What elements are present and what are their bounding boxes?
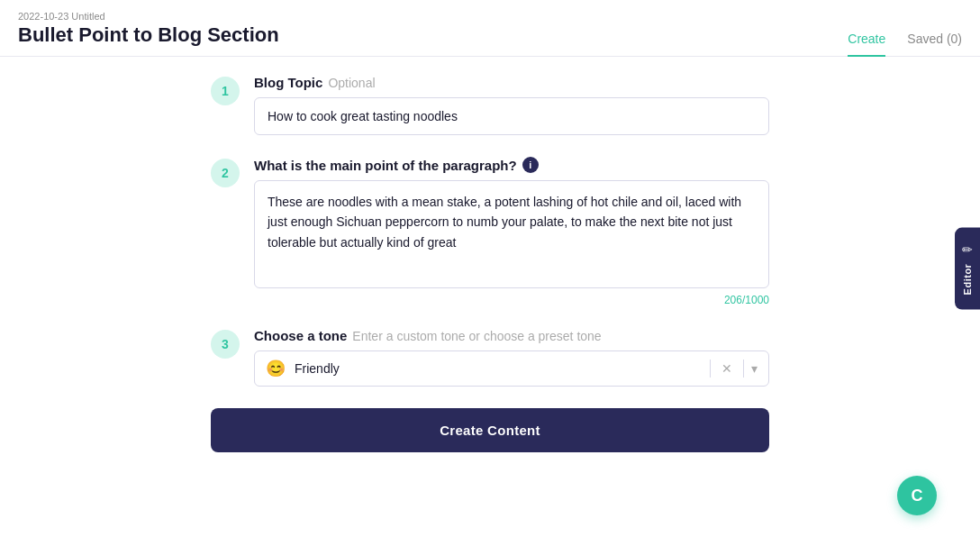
tone-value: Friendly bbox=[295, 361, 703, 376]
form-container: 1 Blog Topic Optional 2 What is the main… bbox=[211, 75, 769, 452]
step-1-optional: Optional bbox=[328, 76, 375, 90]
step-3-label-row: Choose a tone Enter a custom tone or cho… bbox=[254, 328, 769, 343]
main-content: 1 Blog Topic Optional 2 What is the main… bbox=[0, 57, 980, 537]
editor-sidebar[interactable]: ✏ Editor bbox=[955, 228, 980, 310]
info-icon[interactable]: i bbox=[522, 157, 539, 173]
step-1-label-row: Blog Topic Optional bbox=[254, 75, 769, 90]
header-tabs: Create Saved (0) bbox=[848, 31, 962, 56]
step-1-row: 1 Blog Topic Optional bbox=[211, 75, 769, 135]
step-2-badge: 2 bbox=[211, 159, 240, 187]
step-3-placeholder: Enter a custom tone or choose a preset t… bbox=[352, 329, 601, 343]
chevron-down-icon[interactable]: ▾ bbox=[751, 361, 758, 376]
step-1-label: Blog Topic bbox=[254, 75, 322, 90]
step-1-badge: 1 bbox=[211, 77, 240, 105]
main-point-textarea[interactable] bbox=[254, 180, 769, 288]
tone-clear-icon[interactable]: ✕ bbox=[718, 361, 736, 376]
tab-saved[interactable]: Saved (0) bbox=[907, 32, 962, 57]
create-content-button[interactable]: Create Content bbox=[211, 408, 769, 452]
step-3-badge: 3 bbox=[211, 330, 240, 359]
step-2-content: What is the main point of the paragraph?… bbox=[254, 157, 769, 306]
tone-divider-2 bbox=[743, 360, 744, 378]
header-left: 2022-10-23 Untitled Bullet Point to Blog… bbox=[18, 11, 279, 56]
step-1-content: Blog Topic Optional bbox=[254, 75, 769, 135]
editor-icon: ✏ bbox=[962, 242, 973, 257]
tone-divider bbox=[710, 360, 711, 378]
tone-selector[interactable]: 😊 Friendly ✕ ▾ bbox=[254, 350, 769, 387]
tab-create[interactable]: Create bbox=[848, 32, 885, 57]
char-count: 206/1000 bbox=[254, 294, 769, 306]
step-2-label: What is the main point of the paragraph? bbox=[254, 158, 517, 173]
subtitle: 2022-10-23 Untitled bbox=[18, 11, 279, 22]
blog-topic-input[interactable] bbox=[254, 97, 769, 135]
page-title: Bullet Point to Blog Section bbox=[18, 23, 279, 47]
step-3-content: Choose a tone Enter a custom tone or cho… bbox=[254, 328, 769, 387]
step-3-label: Choose a tone bbox=[254, 328, 347, 343]
textarea-wrapper: 206/1000 bbox=[254, 180, 769, 306]
step-2-label-row: What is the main point of the paragraph?… bbox=[254, 157, 769, 173]
editor-label: Editor bbox=[962, 264, 973, 296]
step-3-row: 3 Choose a tone Enter a custom tone or c… bbox=[211, 328, 769, 387]
step-2-row: 2 What is the main point of the paragrap… bbox=[211, 157, 769, 306]
tone-emoji: 😊 bbox=[266, 359, 286, 378]
fab-button[interactable]: C bbox=[897, 476, 937, 515]
header: 2022-10-23 Untitled Bullet Point to Blog… bbox=[0, 0, 980, 57]
